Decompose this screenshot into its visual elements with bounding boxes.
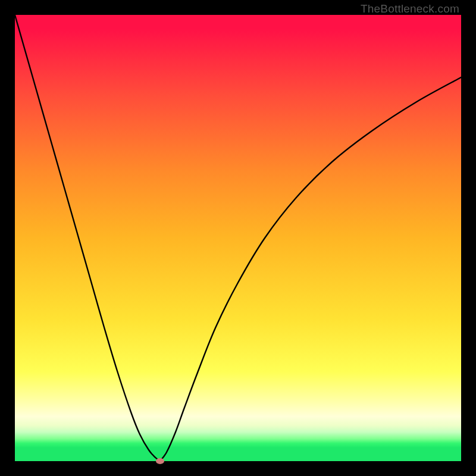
chart-svg [15, 15, 461, 461]
curve-right-branch [160, 77, 461, 461]
curve-left-branch [15, 15, 160, 461]
minimum-marker [156, 458, 164, 464]
watermark-text: TheBottleneck.com [361, 2, 459, 15]
chart-plot-area [15, 15, 461, 461]
